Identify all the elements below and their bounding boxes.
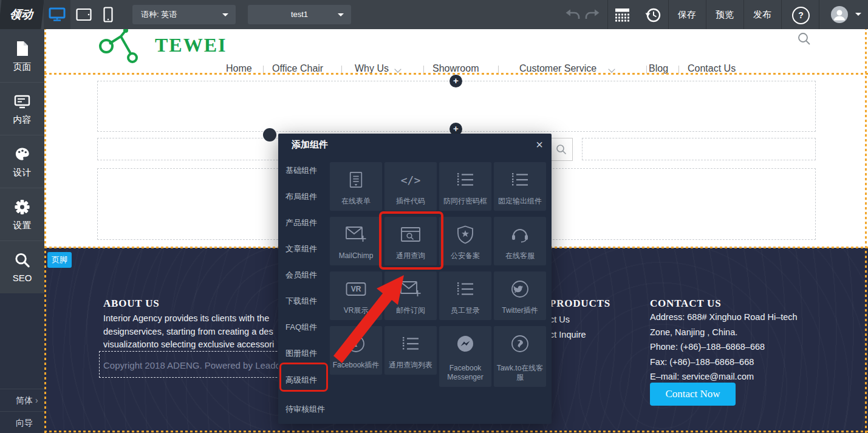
page-icon: [14, 40, 30, 57]
sidebar-language-switch[interactable]: 简体 ›: [0, 389, 44, 412]
headset-icon: [494, 224, 546, 245]
tab-pending-components[interactable]: 待审核组件: [278, 404, 334, 416]
list-icon: [439, 279, 491, 299]
site-header: TEWEI Home Office Chair Why Us Showroom …: [44, 29, 868, 74]
highlight-box-general-query: [379, 211, 443, 270]
canvas-search-button[interactable]: [550, 138, 573, 161]
footer-about-line: Interior Agency provides its clients wit…: [103, 313, 269, 323]
footer-about-line: visualizationto selecting exclusive acce…: [103, 339, 274, 349]
tab-basic-components[interactable]: 基础组件: [278, 165, 334, 177]
sidebar-guide[interactable]: 向导: [0, 411, 44, 433]
device-desktop-button[interactable]: [44, 0, 70, 29]
modal-title: 添加组件: [292, 139, 328, 151]
help-button[interactable]: ?: [792, 7, 810, 24]
add-component-button[interactable]: +: [449, 75, 462, 87]
site-select[interactable]: test1: [248, 5, 351, 24]
save-button[interactable]: 保存: [668, 0, 706, 29]
tab-product-components[interactable]: 产品组件: [278, 217, 334, 230]
component-tile-label: 防同行密码框: [441, 197, 490, 206]
region-guide-content-top: [44, 73, 868, 75]
mobile-icon: [103, 7, 113, 22]
grid-icon: [615, 7, 630, 22]
tab-layout-components[interactable]: 布局组件: [278, 191, 334, 203]
component-tile-online-form[interactable]: 在线表单: [330, 162, 382, 211]
component-tile-label: Facebook Messenger: [441, 364, 490, 382]
sidebar-item-label: 设置: [0, 220, 44, 231]
drag-handle-dot[interactable]: [263, 128, 276, 141]
magnifier-icon: [14, 251, 30, 268]
region-guide-right: [865, 29, 867, 433]
component-tile-staff-login[interactable]: 员工登录: [439, 271, 491, 320]
tab-article-components[interactable]: 文章组件: [278, 244, 334, 256]
component-tile-label: Tawk.to在线客服: [496, 364, 544, 382]
component-tile-label: 在线客服: [496, 251, 544, 261]
preview-button[interactable]: 预览: [706, 0, 743, 29]
sidebar-item-label: SEO: [0, 273, 44, 283]
device-tablet-button[interactable]: [70, 0, 97, 29]
history-button[interactable]: [645, 7, 661, 23]
language-select[interactable]: 语种: 英语: [132, 5, 236, 24]
language-select-label: 语种: 英语: [132, 10, 177, 19]
top-toolbar: 领动 语种: 英语 test1: [0, 0, 868, 29]
sidebar-item-design[interactable]: 设计: [0, 135, 44, 188]
component-tile-twitter-plugin[interactable]: Twitter插件: [494, 271, 546, 320]
redo-icon: [584, 9, 600, 21]
component-tile-anti-peer-password[interactable]: 防同行密码框: [439, 162, 491, 211]
component-tile-plugin-code[interactable]: </> 插件代码: [384, 162, 437, 211]
component-tile-tawkto-service[interactable]: Tawk.to在线客服: [494, 326, 546, 387]
contact-now-button[interactable]: Contact Now: [650, 383, 736, 406]
gear-icon: [14, 199, 30, 216]
highlight-box-advanced-tab: [279, 363, 328, 392]
chevron-down-icon: [394, 66, 401, 72]
list-icon: [494, 169, 546, 190]
sidebar-item-settings[interactable]: 设置: [0, 188, 44, 241]
region-guide-bottom: [44, 431, 868, 432]
messenger-icon: [439, 333, 491, 354]
site-logo-text[interactable]: TEWEI: [155, 34, 227, 56]
sidebar-item-seo[interactable]: SEO: [0, 240, 44, 293]
chevron-right-icon: ›: [35, 389, 38, 412]
chevron-down-icon: [608, 66, 615, 72]
component-tile-fixed-output[interactable]: 固定输出组件: [494, 162, 546, 211]
sidebar-guide-label: 向导: [0, 418, 33, 428]
footer-contact-line: E–mail: service@mail.com: [650, 372, 754, 381]
publish-button[interactable]: 发布: [743, 0, 781, 29]
shield-star-icon: [439, 224, 491, 245]
sidebar-item-label: 内容: [0, 114, 44, 126]
modal-close-icon[interactable]: ×: [536, 137, 543, 152]
footer-region-tag[interactable]: 页脚: [47, 252, 72, 268]
component-tile-mailchimp[interactable]: MailChimp: [330, 217, 382, 265]
user-avatar-icon: [831, 6, 848, 23]
editor-screen: 领动 语种: 英语 test1: [0, 0, 868, 433]
footer-about-heading: ABOUT US: [103, 298, 160, 310]
redo-button[interactable]: [584, 9, 600, 21]
footer-contact-line: Zone, Nanjing , China.: [650, 327, 737, 337]
sidebar-item-content[interactable]: 内容: [0, 82, 44, 135]
component-tile-label: 员工登录: [441, 306, 490, 315]
account-avatar[interactable]: [831, 6, 848, 23]
canvas-placeholder-row[interactable]: [582, 138, 816, 160]
code-icon: </>: [384, 169, 437, 190]
content-icon: [14, 93, 30, 110]
device-mobile-button[interactable]: [96, 0, 120, 29]
grid-layout-button[interactable]: [615, 7, 630, 22]
account-caret-icon[interactable]: [855, 13, 861, 16]
footer-about-line: designservices, starting from creating a…: [103, 327, 273, 336]
undo-button[interactable]: [565, 9, 581, 21]
list-icon: [439, 169, 491, 190]
component-tile-facebook-messenger[interactable]: Facebook Messenger: [439, 326, 491, 387]
component-tile-police-record[interactable]: 公安备案: [439, 217, 491, 265]
footer-products-link[interactable]: ct Inquire: [550, 330, 586, 339]
component-tile-label: 插件代码: [386, 197, 435, 206]
site-search-icon[interactable]: [798, 32, 811, 46]
sidebar-item-pages[interactable]: 页面: [0, 29, 44, 83]
footer-products-link[interactable]: ct Us: [550, 315, 570, 324]
component-tile-online-service[interactable]: 在线客服: [494, 217, 546, 265]
component-tile-label: Twitter插件: [496, 306, 544, 315]
footer-contact-line: Address: 688# Xinghuo Road Hi–tech: [650, 312, 798, 322]
toolbar-separator: [607, 0, 608, 29]
sidebar-item-label: 设计: [0, 167, 44, 179]
app-logo[interactable]: 领动: [0, 0, 44, 29]
tawk-icon: [494, 333, 546, 354]
desktop-icon: [49, 7, 66, 22]
